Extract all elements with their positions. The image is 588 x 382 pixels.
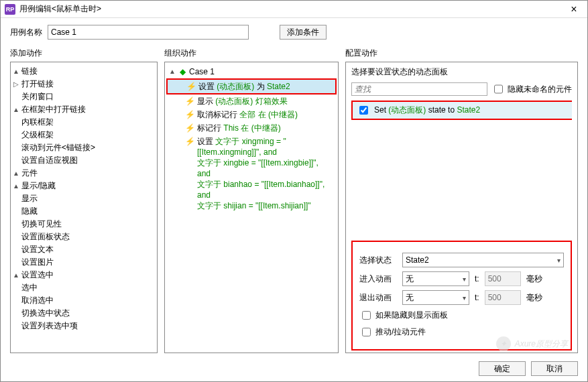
action-tree-item[interactable]: ▲在框架中打开链接 bbox=[12, 103, 156, 116]
t-label: t: bbox=[475, 274, 479, 283]
dialog-footer: 确定 取消 bbox=[1, 357, 587, 381]
action-tree-item[interactable]: ▲显示/隐藏 bbox=[12, 180, 156, 192]
action-tree-label: 切换可见性 bbox=[20, 218, 62, 230]
action-tree-label: 在框架中打开链接 bbox=[20, 104, 86, 115]
action-tree-item[interactable]: 显示 bbox=[12, 192, 156, 205]
action-tree-label: 取消选中 bbox=[20, 295, 54, 306]
hide-unnamed-label: 隐藏未命名的元件 bbox=[508, 84, 572, 95]
action-tree-label: 元件 bbox=[20, 168, 38, 179]
bolt-icon: ⚡ bbox=[186, 81, 196, 92]
tree-toggle-icon[interactable]: ▲ bbox=[12, 271, 20, 279]
action-tree-item[interactable]: 切换选中状态 bbox=[12, 307, 156, 320]
case-node[interactable]: ▲ ◆ Case 1 bbox=[166, 65, 337, 78]
action-tree-label: 父级框架 bbox=[20, 129, 54, 141]
anim-out-label: 退出动画 bbox=[359, 292, 397, 304]
organize-action-header: 组织动作 bbox=[164, 46, 339, 62]
t-label: t: bbox=[475, 293, 479, 302]
action-tree-item[interactable]: ▷打开链接 bbox=[12, 78, 156, 90]
add-condition-button[interactable]: 添加条件 bbox=[280, 25, 327, 40]
action-tree-label: 内联框架 bbox=[20, 117, 54, 128]
action-tree-label: 设置选中 bbox=[20, 269, 54, 281]
organize-panel: ▲ ◆ Case 1 ⚡ 设置 (动态面板) 为 State2 ⚡ 显示 (动态… bbox=[164, 62, 339, 353]
action-tree-label: 设置文本 bbox=[20, 244, 54, 255]
ok-button[interactable]: 确定 bbox=[479, 361, 526, 376]
action-tree-item[interactable]: 设置列表选中项 bbox=[12, 320, 156, 332]
action-tree-label: 显示/隐藏 bbox=[20, 180, 56, 192]
action-show-lightbox[interactable]: ⚡ 显示 (动态面板) 灯箱效果 bbox=[166, 94, 337, 108]
case-name-row: 用例名称 添加条件 bbox=[1, 18, 587, 46]
target-widget-text: Set (动态面板) state to State2 bbox=[374, 105, 480, 116]
close-icon[interactable]: × bbox=[565, 3, 583, 15]
action-tree-item[interactable]: 滚动到元件<锚链接> bbox=[12, 141, 156, 154]
select-panel-label: 选择要设置状态的动态面板 bbox=[351, 66, 572, 78]
tree-toggle-icon[interactable]: ▲ bbox=[12, 106, 20, 113]
action-tree-label: 选中 bbox=[20, 282, 38, 294]
action-tree-item[interactable]: 切换可见性 bbox=[12, 218, 156, 231]
select-state-dropdown[interactable]: State2▾ bbox=[402, 253, 564, 267]
bolt-icon: ⚡ bbox=[185, 123, 194, 133]
case-name-label: 用例名称 bbox=[10, 27, 42, 38]
tree-toggle-icon[interactable]: ▲ bbox=[12, 68, 20, 75]
action-tree-item[interactable]: 设置图片 bbox=[12, 256, 156, 269]
tree-toggle-icon[interactable]: ▲ bbox=[12, 170, 20, 177]
chevron-down-icon: ▾ bbox=[553, 257, 561, 264]
anim-in-label: 进入动画 bbox=[359, 273, 397, 285]
dialog-title: 用例编辑<鼠标单击时> bbox=[19, 3, 565, 15]
action-tree-item[interactable]: ▲元件 bbox=[12, 167, 156, 180]
action-tree-item[interactable]: 隐藏 bbox=[12, 205, 156, 218]
configure-panel: 选择要设置状态的动态面板 隐藏未命名的元件 Set (动态面板) state t bbox=[345, 62, 578, 353]
add-action-header: 添加动作 bbox=[10, 46, 158, 62]
bolt-icon: ⚡ bbox=[185, 96, 194, 107]
bolt-icon: ⚡ bbox=[185, 136, 194, 147]
action-tree-item[interactable]: 内联框架 bbox=[12, 116, 156, 129]
action-tree-item[interactable]: 设置文本 bbox=[12, 243, 156, 256]
action-tree-label: 设置列表选中项 bbox=[20, 320, 78, 332]
case-editor-dialog: RP 用例编辑<鼠标单击时> × 用例名称 添加条件 添加动作 ▲链接▷打开链接… bbox=[0, 0, 588, 382]
show-if-hidden-checkbox[interactable]: 如果隐藏则显示面板 bbox=[359, 309, 448, 322]
action-tree-item[interactable]: 父级框架 bbox=[12, 129, 156, 141]
ms-unit: 毫秒 bbox=[526, 292, 542, 304]
push-pull-checkbox[interactable]: 推动/拉动元件 bbox=[359, 326, 426, 338]
titlebar: RP 用例编辑<鼠标单击时> × bbox=[1, 1, 587, 18]
select-state-label: 选择状态 bbox=[359, 255, 397, 266]
target-widget-row[interactable]: Set (动态面板) state to State2 bbox=[351, 101, 572, 120]
case-icon: ◆ bbox=[178, 66, 186, 77]
target-widget-check[interactable] bbox=[359, 106, 368, 115]
anim-in-duration-input bbox=[485, 271, 521, 286]
action-tree-label: 滚动到元件<锚链接> bbox=[20, 142, 95, 153]
action-set-panel-state[interactable]: ⚡ 设置 (动态面板) 为 State2 bbox=[168, 80, 335, 93]
action-tree-item[interactable]: 选中 bbox=[12, 281, 156, 294]
hide-unnamed-checkbox[interactable]: 隐藏未命名的元件 bbox=[491, 80, 572, 98]
action-tree-item[interactable]: 设置面板状态 bbox=[12, 231, 156, 243]
case-node-label: Case 1 bbox=[189, 66, 215, 77]
hide-unnamed-check[interactable] bbox=[494, 82, 503, 96]
action-tree-label: 设置自适应视图 bbox=[20, 155, 78, 166]
tree-toggle-icon[interactable]: ▲ bbox=[12, 182, 20, 190]
action-mark-row[interactable]: ⚡ 标记行 This 在 (中继器) bbox=[166, 121, 337, 135]
anim-out-duration-input bbox=[485, 290, 521, 305]
action-tree-label: 切换选中状态 bbox=[20, 308, 70, 319]
cancel-button[interactable]: 取消 bbox=[531, 361, 578, 376]
action-tree-label: 隐藏 bbox=[20, 206, 38, 217]
anim-in-dropdown[interactable]: 无▾ bbox=[402, 271, 469, 286]
action-tree-item[interactable]: 取消选中 bbox=[12, 294, 156, 307]
action-tree-label: 打开链接 bbox=[20, 78, 54, 90]
app-logo-icon: RP bbox=[5, 4, 15, 15]
anim-out-dropdown[interactable]: 无▾ bbox=[402, 290, 469, 305]
action-tree-panel[interactable]: ▲链接▷打开链接关闭窗口▲在框架中打开链接内联框架父级框架滚动到元件<锚链接>设… bbox=[10, 62, 158, 353]
tree-toggle-icon[interactable]: ▷ bbox=[12, 80, 20, 88]
action-tree-item[interactable]: ▲设置选中 bbox=[12, 269, 156, 281]
action-tree-item[interactable]: ▲链接 bbox=[12, 65, 156, 78]
configure-action-header: 配置动作 bbox=[345, 46, 578, 62]
configure-form: 选择状态 State2▾ 进入动画 无▾ t: 毫秒 退出动画 bbox=[351, 241, 572, 351]
case-name-input[interactable] bbox=[48, 25, 249, 40]
action-unmark-rows[interactable]: ⚡ 取消标记行 全部 在 (中继器) bbox=[166, 108, 337, 121]
ms-unit: 毫秒 bbox=[526, 273, 542, 285]
action-tree-item[interactable]: 关闭窗口 bbox=[12, 90, 156, 103]
chevron-down-icon: ▾ bbox=[459, 275, 466, 283]
action-tree-item[interactable]: 设置自适应视图 bbox=[12, 154, 156, 167]
search-input[interactable] bbox=[351, 82, 487, 96]
action-tree-label: 设置图片 bbox=[20, 257, 54, 268]
action-tree-label: 链接 bbox=[20, 66, 38, 77]
action-set-text[interactable]: ⚡ 设置 文字于 xingming = "[[Item.xingming]]",… bbox=[166, 135, 337, 212]
